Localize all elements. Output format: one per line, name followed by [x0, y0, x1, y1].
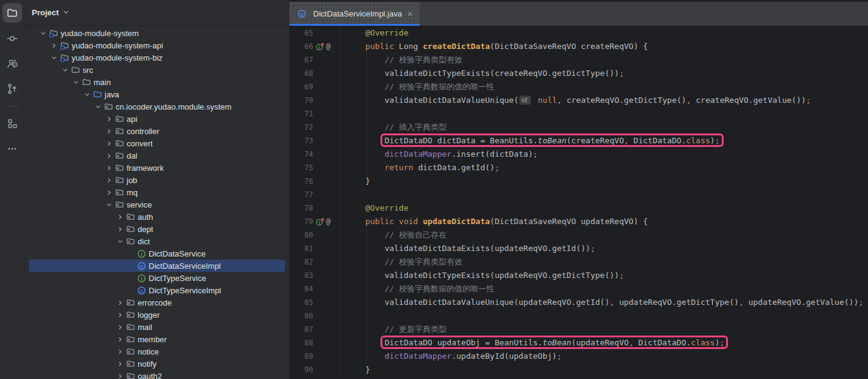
tree-item-dictdataserviceimpl[interactable]: CDictDataServiceImpl	[24, 260, 289, 272]
tree-item-dal[interactable]: dal	[24, 149, 289, 162]
structure-tool-button[interactable]	[2, 114, 22, 133]
tree-item-yudao-module-system[interactable]: yudao-module-system	[24, 27, 289, 39]
line-number[interactable]: 72	[289, 121, 313, 134]
code-line-74[interactable]: 74 dictDataMapper.insert(dictData);	[289, 148, 868, 161]
line-number[interactable]: 87	[289, 323, 313, 336]
code-line-65[interactable]: 65 @Override	[289, 26, 868, 40]
learn-tool-button[interactable]: ?	[2, 54, 22, 73]
code-line-71[interactable]: 71	[289, 107, 868, 121]
code-line-84[interactable]: 84 // 校验字典数据的值的唯一性	[289, 282, 868, 296]
code-line-70[interactable]: 70 validateDictDataValueUnique(id: null,…	[289, 94, 868, 107]
tree-item-service[interactable]: service	[24, 198, 289, 211]
line-number[interactable]: 90	[289, 363, 313, 377]
chevron-right-icon[interactable]	[115, 322, 125, 332]
code-line-77[interactable]: 77	[289, 188, 868, 201]
tree-item-oauth2[interactable]: oauth2	[24, 370, 289, 379]
annotation-gutter-icon[interactable]: @	[326, 215, 330, 228]
tree-item-logger[interactable]: logger	[24, 309, 289, 321]
line-number[interactable]: 65	[289, 26, 313, 40]
code-line-75[interactable]: 75 return dictData.getId();	[289, 161, 868, 174]
line-number[interactable]: 67	[289, 53, 313, 67]
project-tool-button[interactable]	[2, 3, 22, 23]
tree-item-controller[interactable]: controller	[24, 125, 289, 137]
chevron-right-icon[interactable]	[115, 224, 125, 234]
line-number[interactable]: 76	[289, 174, 313, 188]
tree-item-java[interactable]: java	[24, 88, 289, 100]
code-line-82[interactable]: 82 // 校验字典类型有效	[289, 255, 868, 269]
line-number[interactable]: 88	[289, 336, 313, 350]
chevron-down-icon[interactable]	[38, 28, 48, 38]
chevron-down-icon[interactable]	[49, 53, 59, 62]
line-number[interactable]: 73	[289, 134, 313, 148]
code-line-85[interactable]: 85 validateDictDataValueUnique(updateReq…	[289, 296, 868, 309]
code-line-79[interactable]: 79I@ public void updateDictData(DictData…	[289, 215, 868, 228]
line-number[interactable]: 80	[289, 228, 313, 242]
tree-item-auth[interactable]: auth	[24, 211, 289, 223]
line-number[interactable]: 77	[289, 188, 313, 201]
tree-item-src[interactable]: src	[24, 64, 289, 76]
code-line-68[interactable]: 68 validateDictTypeExists(createReqVO.ge…	[289, 67, 868, 80]
close-icon[interactable]: ×	[406, 10, 414, 18]
chevron-down-icon[interactable]	[82, 89, 92, 99]
tree-item-notify[interactable]: notify	[24, 358, 289, 370]
line-number[interactable]: 86	[289, 309, 313, 323]
chevron-right-icon[interactable]	[104, 175, 114, 185]
tree-item-member[interactable]: member	[24, 333, 289, 345]
line-number[interactable]: 78	[289, 201, 313, 215]
code-line-69[interactable]: 69 // 校验字典数据的值的唯一性	[289, 80, 868, 94]
chevron-right-icon[interactable]	[104, 138, 114, 148]
line-number[interactable]: 69	[289, 80, 313, 94]
tree-item-dict[interactable]: dict	[24, 235, 289, 247]
more-tool-windows-button[interactable]	[2, 139, 22, 159]
line-number[interactable]: 82	[289, 255, 313, 269]
tree-item-notice[interactable]: notice	[24, 345, 289, 358]
chevron-right-icon[interactable]	[104, 187, 114, 197]
code-line-72[interactable]: 72 // 插入字典类型	[289, 121, 868, 134]
chevron-right-icon[interactable]	[115, 334, 125, 344]
chevron-right-icon[interactable]	[115, 359, 125, 369]
line-number[interactable]: 66	[289, 40, 313, 53]
code-line-88[interactable]: 88 DictDataDO updateObj = BeanUtils.toBe…	[289, 336, 868, 350]
tree-item-errorcode[interactable]: errorcode	[24, 296, 289, 309]
code-line-86[interactable]: 86	[289, 309, 868, 323]
line-number[interactable]: 74	[289, 148, 313, 161]
code-line-67[interactable]: 67 // 校验字典类型有效	[289, 53, 868, 67]
code-line-90[interactable]: 90 }	[289, 363, 868, 377]
line-number[interactable]: 83	[289, 269, 313, 282]
code-line-80[interactable]: 80 // 校验自己存在	[289, 228, 868, 242]
chevron-right-icon[interactable]	[115, 347, 125, 356]
line-number[interactable]: 79	[289, 215, 313, 228]
tree-item-yudao-module-system-api[interactable]: yudao-module-system-api	[24, 39, 289, 51]
chevron-right-icon[interactable]	[104, 151, 114, 160]
line-number[interactable]: 71	[289, 107, 313, 121]
line-number[interactable]: 84	[289, 282, 313, 296]
line-number[interactable]: 89	[289, 350, 313, 363]
code-line-83[interactable]: 83 validateDictTypeExists(updateReqVO.ge…	[289, 269, 868, 282]
code-line-78[interactable]: 78 @Override	[289, 201, 868, 215]
code-line-81[interactable]: 81 validateDictDataExists(updateReqVO.ge…	[289, 242, 868, 255]
chevron-down-icon[interactable]	[104, 200, 114, 209]
tree-item-yudao-module-system-biz[interactable]: yudao-module-system-biz	[24, 51, 289, 64]
chevron-right-icon[interactable]	[115, 310, 125, 320]
tree-item-dictdataservice[interactable]: IDictDataService	[24, 247, 289, 260]
line-number[interactable]: 70	[289, 94, 313, 107]
implements-method-icon[interactable]: I	[316, 42, 325, 51]
tree-item-mq[interactable]: mq	[24, 186, 289, 198]
chevron-down-icon[interactable]	[115, 236, 125, 246]
line-number[interactable]: 85	[289, 296, 313, 309]
tree-item-job[interactable]: job	[24, 174, 289, 186]
tree-item-convert[interactable]: convert	[24, 137, 289, 149]
code-line-87[interactable]: 87 // 更新字典类型	[289, 323, 868, 336]
tree-item-dept[interactable]: dept	[24, 223, 289, 235]
code-line-76[interactable]: 76 }	[289, 174, 868, 188]
vcs-tool-button[interactable]	[2, 79, 22, 99]
commit-tool-button[interactable]	[2, 29, 22, 48]
tree-item-mail[interactable]: mail	[24, 321, 289, 333]
code-line-66[interactable]: 66I@ public Long createDictData(DictData…	[289, 40, 868, 53]
project-panel-header[interactable]: Project	[24, 0, 289, 26]
chevron-down-icon[interactable]	[71, 77, 81, 87]
chevron-right-icon[interactable]	[104, 114, 114, 124]
implements-method-icon[interactable]: I	[316, 217, 325, 226]
chevron-right-icon[interactable]	[104, 163, 114, 173]
line-number[interactable]: 75	[289, 161, 313, 174]
